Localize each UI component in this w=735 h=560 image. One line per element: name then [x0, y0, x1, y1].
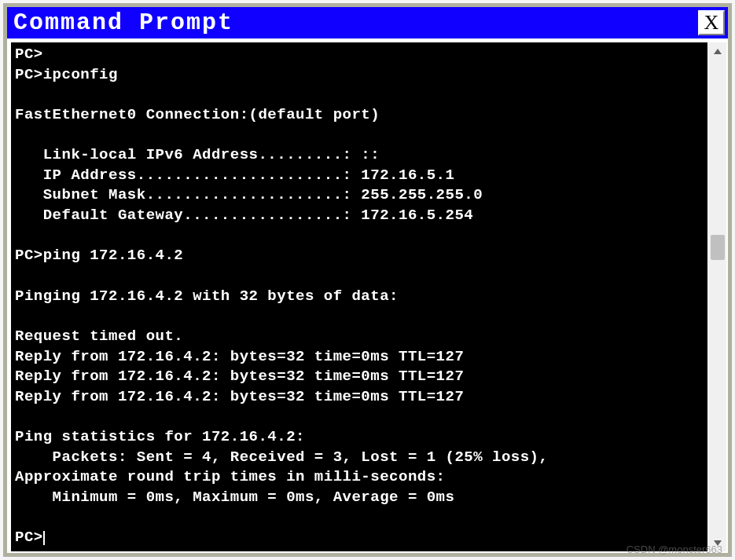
chevron-up-icon	[714, 49, 722, 54]
terminal-line	[15, 85, 704, 105]
terminal-line: Ping statistics for 172.16.4.2:	[15, 427, 704, 448]
terminal-line: PC>	[15, 529, 45, 546]
terminal-line: Subnet Mask.....................: 255.25…	[15, 185, 704, 206]
terminal-line: Request timed out.	[15, 327, 704, 347]
scroll-down-button[interactable]	[709, 534, 726, 551]
close-icon: X	[704, 11, 719, 35]
terminal-line: Link-local IPv6 Address.........: ::	[15, 145, 704, 166]
vertical-scrollbar[interactable]	[709, 42, 726, 551]
terminal-line: Packets: Sent = 4, Received = 3, Lost = …	[15, 448, 704, 468]
window-title: Command Prompt	[13, 9, 233, 36]
terminal-line	[15, 508, 704, 529]
terminal-line: IP Address......................: 172.16…	[15, 166, 704, 186]
terminal-line: Approximate round trip times in milli-se…	[15, 467, 704, 488]
scroll-thumb[interactable]	[711, 235, 725, 260]
chevron-down-icon	[714, 540, 722, 546]
scroll-track[interactable]	[709, 60, 726, 534]
command-prompt-window: Command Prompt X PC>PC>ipconfig FastEthe…	[3, 3, 732, 557]
terminal-line: PC>	[15, 45, 704, 65]
terminal-line: Reply from 172.16.4.2: bytes=32 time=0ms…	[15, 367, 704, 387]
terminal-output[interactable]: PC>PC>ipconfig FastEthernet0 Connection:…	[11, 42, 707, 551]
terminal-line	[15, 226, 704, 247]
content-area: PC>PC>ipconfig FastEthernet0 Connection:…	[7, 38, 728, 553]
title-bar: Command Prompt X	[7, 7, 728, 38]
terminal-line: Minimum = 0ms, Maximum = 0ms, Average = …	[15, 488, 704, 508]
terminal-line	[15, 306, 704, 327]
scroll-up-button[interactable]	[709, 42, 726, 60]
terminal-line	[15, 408, 704, 428]
terminal-line: FastEthernet0 Connection:(default port)	[15, 105, 704, 126]
terminal-line: Reply from 172.16.4.2: bytes=32 time=0ms…	[15, 347, 704, 368]
terminal-line: Reply from 172.16.4.2: bytes=32 time=0ms…	[15, 387, 704, 408]
terminal-line: PC>ipconfig	[15, 65, 704, 86]
terminal-line: PC>ping 172.16.4.2	[15, 246, 704, 266]
cursor	[43, 531, 45, 545]
terminal-line: Pinging 172.16.4.2 with 32 bytes of data…	[15, 287, 704, 307]
terminal-line: Default Gateway.................: 172.16…	[15, 206, 704, 226]
close-button[interactable]: X	[698, 10, 725, 35]
terminal-line	[15, 126, 704, 146]
terminal-line	[15, 266, 704, 287]
